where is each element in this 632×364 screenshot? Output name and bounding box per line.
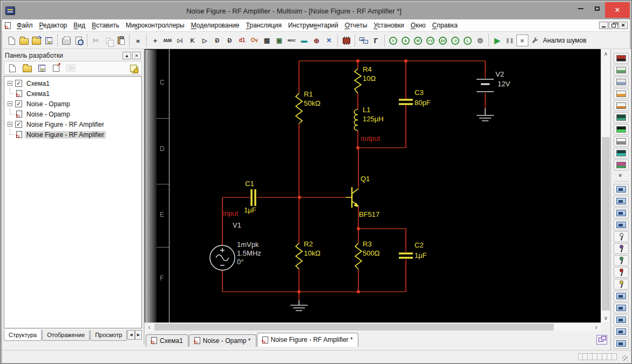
workspace-windows-button[interactable] (596, 335, 607, 345)
menu-item-1[interactable]: Файл (13, 20, 36, 31)
menu-item-10[interactable]: Установки (370, 20, 407, 31)
probe-instrument-icon-7[interactable] (614, 314, 629, 325)
place-power-icon[interactable]: ▣ (273, 34, 286, 47)
tree-subitem-2[interactable]: Noise - Opamp (4, 109, 141, 119)
expand-icon[interactable] (8, 81, 12, 86)
probe-instrument-icon-2[interactable] (614, 196, 629, 207)
paste-icon[interactable] (114, 34, 127, 47)
place-cmos-icon[interactable]: Đ (223, 34, 236, 47)
wrench-icon[interactable] (528, 34, 541, 47)
mdi-close-button[interactable]: ✕ (619, 22, 628, 29)
document-tab-3[interactable]: Noise Figure - RF Amplifier * (257, 333, 358, 347)
toolbox-tabs-right-arrow[interactable]: ▶ (135, 330, 142, 340)
place-source-icon[interactable]: + (149, 34, 161, 47)
open-sample-icon[interactable] (30, 34, 43, 47)
open-design-icon[interactable] (22, 63, 32, 73)
toolbox-tab-3[interactable]: Просмотр (90, 330, 127, 341)
mdi-restore-button[interactable] (609, 22, 618, 29)
probe-instrument-icon-8[interactable] (614, 326, 629, 337)
bode-plotter-icon[interactable] (614, 112, 629, 123)
probe-instrument-icon-1[interactable] (614, 184, 629, 195)
power-probe-icon[interactable]: W (412, 34, 424, 47)
toolbox-tabs-left-arrow[interactable]: ◀ (127, 330, 134, 340)
close-button[interactable]: ✕ (605, 2, 630, 18)
word-generator-icon[interactable] (614, 136, 629, 147)
save-design-icon[interactable] (37, 63, 46, 73)
frequency-counter-icon[interactable] (614, 124, 629, 135)
document-tab-1[interactable]: Схема1 (146, 334, 188, 347)
scroll-down-arrow[interactable]: ∨ (601, 313, 610, 322)
expand-icon[interactable] (8, 101, 12, 106)
function-generator-icon[interactable] (614, 65, 629, 75)
place-analog-icon[interactable]: ▷ (199, 34, 211, 47)
digital-probe-icon[interactable]: L (461, 34, 474, 47)
place-transistor-icon[interactable]: K (186, 34, 199, 47)
four-channel-oscilloscope-icon[interactable] (614, 100, 629, 111)
probe-instrument-icon-5[interactable] (614, 291, 629, 301)
oscilloscope-icon[interactable] (614, 88, 629, 99)
copy-icon[interactable] (102, 34, 114, 47)
vertical-scroll-thumb[interactable] (602, 137, 610, 311)
menu-item-7[interactable]: Трансляция (243, 20, 285, 31)
probe-settings-gear-icon[interactable]: ⚙ (474, 34, 486, 47)
logic-analyzer-icon[interactable] (614, 148, 629, 159)
tree-subitem-3[interactable]: Noise Figure - RF Amplifier (4, 129, 141, 140)
menu-item-6[interactable]: Моделирование (188, 20, 243, 31)
place-ttl-icon[interactable]: Ð (211, 34, 223, 47)
scroll-left-arrow[interactable]: ‹ (145, 323, 154, 332)
schematic-canvas[interactable]: C D E F (145, 49, 601, 322)
place-diode-icon[interactable]: ▷| (174, 34, 186, 47)
place-basic-icon[interactable]: ʍʍ (161, 34, 174, 47)
place-misc-digital-icon[interactable]: d1 (236, 34, 248, 47)
canvas-horizontal-scrollbar[interactable]: ‹ › (145, 322, 601, 331)
tree-subitem-1[interactable]: Схема1 (4, 88, 141, 99)
place-misc-icon[interactable]: MISC (286, 34, 298, 47)
net-label-input[interactable]: input (223, 209, 239, 217)
place-mixed-icon[interactable]: Ov (248, 34, 261, 47)
pause-button[interactable]: ❚❚ (504, 34, 516, 47)
save-icon[interactable] (43, 34, 55, 47)
probe-instrument-icon-3[interactable] (614, 208, 629, 218)
menu-item-9[interactable]: Отчеты (342, 20, 371, 31)
panel-close-button[interactable]: ✕ (132, 52, 141, 59)
new-sheet-icon[interactable] (51, 63, 61, 73)
run-button[interactable]: ▶ (491, 34, 504, 47)
wattmeter-icon[interactable] (614, 77, 629, 87)
new-schematic-icon[interactable] (8, 63, 17, 73)
horizontal-scroll-thumb[interactable] (154, 324, 554, 331)
new-file-icon[interactable] (5, 34, 18, 47)
checkbox-icon[interactable]: ✓ (15, 121, 22, 128)
more-instruments-chevron[interactable]: » (618, 174, 624, 177)
menu-item-5[interactable]: Микроконтроллеры (123, 20, 188, 31)
maximize-button[interactable] (589, 2, 605, 15)
voltage-probe-icon[interactable]: V (387, 34, 399, 47)
place-component-icon[interactable] (340, 34, 352, 47)
place-peripherals-icon[interactable]: ▬ (298, 34, 310, 47)
measurement-probe-yellow-icon[interactable] (614, 279, 629, 290)
toolbox-tab-1[interactable]: Структура (4, 329, 42, 341)
place-electromech-icon[interactable]: ✕ (323, 34, 335, 47)
gain-probe-icon[interactable]: AV (437, 34, 449, 47)
scroll-up-arrow[interactable]: ∧ (601, 49, 610, 58)
place-rf-icon[interactable]: ⊕ (310, 34, 323, 47)
text-te-icon[interactable]: Te (66, 63, 76, 73)
logic-converter-icon[interactable] (614, 160, 629, 170)
measurement-probe-purple-icon[interactable] (614, 243, 629, 254)
print-preview-icon[interactable] (72, 34, 85, 47)
canvas-vertical-scrollbar[interactable]: ∧ ∨ (601, 49, 610, 322)
scroll-right-arrow[interactable]: › (592, 323, 601, 332)
resize-grip[interactable] (622, 355, 628, 361)
net-label-output[interactable]: output (361, 134, 380, 142)
ref-voltage-probe-icon[interactable]: -V (449, 34, 461, 47)
menu-item-2[interactable]: Редактор (36, 20, 71, 31)
menu-item-8[interactable]: Инструментарий (285, 20, 342, 31)
probe-instrument-icon-6[interactable] (614, 303, 629, 313)
hierarchy-icon[interactable] (357, 34, 370, 47)
checkbox-icon[interactable]: ✓ (15, 80, 22, 87)
tree-item-3[interactable]: ✓Noise Figure - RF Amplifier (4, 119, 141, 129)
stop-button[interactable]: ■ (516, 34, 528, 47)
tree-item-1[interactable]: ✓Схема1 (4, 78, 141, 88)
menu-item-12[interactable]: Справка (429, 20, 461, 31)
place-indicator-icon[interactable]: ▦ (261, 34, 273, 47)
expand-icon[interactable] (8, 122, 12, 127)
